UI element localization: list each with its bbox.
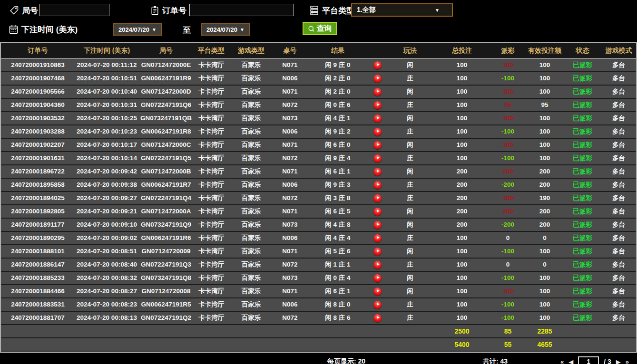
grand-total-row: 5400 55 4655 <box>1 338 636 352</box>
table-row[interactable]: 240720001885233 2024-07-20 00:08:32 GN07… <box>1 272 636 285</box>
cell-platform: 卡卡湾厅 <box>193 99 229 111</box>
play-video-icon[interactable] <box>373 128 382 136</box>
table-row[interactable]: 240720001907468 2024-07-20 00:10:51 GN00… <box>1 72 636 86</box>
table-row[interactable]: 240720001892805 2024-07-20 00:09:21 GN07… <box>1 205 636 219</box>
last-page-icon[interactable]: » <box>626 358 629 364</box>
play-video-icon[interactable] <box>373 181 382 189</box>
table-row[interactable]: 240720001903532 2024-07-20 00:10:25 GN07… <box>1 112 636 125</box>
cell-play-type: 庄 <box>386 152 434 164</box>
cell-round-no: GN006247191R6 <box>139 232 193 244</box>
cell-order-no: 240720001881707 <box>1 312 75 324</box>
table-row[interactable]: 240720001896722 2024-07-20 00:09:42 GN07… <box>1 165 636 179</box>
cell-bet-time: 2024-07-20 00:09:10 <box>75 219 139 231</box>
cell-payout: 95 <box>490 99 526 111</box>
cell-order-no: 240720001910863 <box>1 59 75 71</box>
cell-bet-time: 2024-07-20 00:09:21 <box>75 205 139 218</box>
play-video-icon[interactable] <box>373 168 382 176</box>
play-video-icon[interactable] <box>373 234 382 242</box>
cell-total-bet: 100 <box>434 125 490 138</box>
table-row[interactable]: 240720001886147 2024-07-20 00:08:40 GN07… <box>1 259 636 272</box>
cell-valid-bet: 100 <box>526 152 564 164</box>
table-row[interactable]: 240720001904360 2024-07-20 00:10:31 GN07… <box>1 99 636 112</box>
cell-game-mode: 多台 <box>601 86 636 98</box>
play-video-icon[interactable] <box>373 314 382 322</box>
date-to-picker[interactable]: 2024/07/20 ▼ <box>201 23 250 36</box>
cell-play-type: 庄 <box>386 179 434 191</box>
table-row[interactable]: 240720001894025 2024-07-20 00:09:27 GN07… <box>1 192 636 205</box>
cell-platform: 卡卡湾厅 <box>193 59 229 71</box>
cell-bet-time: 2024-07-20 00:10:23 <box>75 125 139 138</box>
cell-order-no: 240720001904360 <box>1 99 75 111</box>
cell-payout: 100 <box>490 86 526 98</box>
cell-payout: -100 <box>490 245 526 258</box>
table-row[interactable]: 240720001905566 2024-07-20 00:10:40 GN07… <box>1 86 636 99</box>
play-video-icon[interactable] <box>373 154 382 163</box>
cell-video <box>369 192 386 204</box>
cell-status: 已派彩 <box>564 59 601 71</box>
play-video-icon[interactable] <box>373 301 382 309</box>
cell-total-bet: 100 <box>434 298 490 311</box>
col-header-game-type: 游戏类型 <box>229 43 273 58</box>
round-no-input[interactable] <box>39 4 109 16</box>
table-row[interactable]: 240720001881707 2024-07-20 00:08:13 GN07… <box>1 312 636 325</box>
col-header-order-no: 订单号 <box>1 43 75 58</box>
cell-game-mode: 多台 <box>601 285 636 297</box>
table-row[interactable]: 240720001884466 2024-07-20 00:08:27 GN07… <box>1 285 636 298</box>
play-video-icon[interactable] <box>373 75 382 83</box>
platform-type-select[interactable]: 1.全部 ▼ <box>351 3 453 17</box>
table-row[interactable]: 240720001891177 2024-07-20 00:09:10 GN07… <box>1 219 636 232</box>
play-video-icon[interactable] <box>373 248 382 256</box>
cell-status: 已派彩 <box>564 179 601 191</box>
play-video-icon[interactable] <box>373 261 382 269</box>
table-row[interactable]: 240720001901631 2024-07-20 00:10:14 GN07… <box>1 152 636 165</box>
cell-bet-time: 2024-07-20 00:08:32 <box>75 272 139 284</box>
cell-platform: 卡卡湾厅 <box>193 125 229 138</box>
cell-order-no: 240720001884466 <box>1 285 75 297</box>
table-row[interactable]: 240720001895858 2024-07-20 00:09:38 GN00… <box>1 179 636 192</box>
cell-video <box>369 86 386 98</box>
cell-game-type: 百家乐 <box>229 125 273 138</box>
order-no-input[interactable] <box>189 4 294 16</box>
cell-video <box>369 139 386 151</box>
cell-round-no: GN006247191R5 <box>139 298 193 311</box>
bet-records-page: 局号 订单号 平台类型 1.全部 ▼ 下注时间 (美东) 202 <box>0 0 637 364</box>
prev-page-icon[interactable]: ◀ <box>568 358 573 364</box>
cell-video <box>369 245 386 258</box>
cell-round-no: GN073247191Q8 <box>139 272 193 284</box>
table-row[interactable]: 240720001890295 2024-07-20 00:09:02 GN00… <box>1 232 636 245</box>
cell-game-type: 百家乐 <box>229 59 273 71</box>
table-row[interactable]: 240720001910863 2024-07-20 00:11:12 GN07… <box>1 59 636 72</box>
first-page-icon[interactable]: « <box>560 358 564 364</box>
table-row[interactable]: 240720001883531 2024-07-20 00:08:23 GN00… <box>1 298 636 312</box>
play-video-icon[interactable] <box>373 101 382 109</box>
play-video-icon[interactable] <box>373 141 382 149</box>
play-video-icon[interactable] <box>373 194 382 202</box>
cell-result: 闲 4 庄 4 <box>307 232 369 244</box>
subtotal-valid-bet: 2285 <box>526 325 564 337</box>
table-row[interactable]: 240720001902207 2024-07-20 00:10:17 GN07… <box>1 139 636 152</box>
cell-status: 已派彩 <box>564 165 601 178</box>
play-video-icon[interactable] <box>373 208 382 216</box>
calendar-icon <box>9 24 19 35</box>
query-button[interactable]: 查询 <box>303 22 337 35</box>
cell-payout: 0 <box>490 232 526 244</box>
cell-platform: 卡卡湾厅 <box>193 232 229 244</box>
play-video-icon[interactable] <box>373 61 382 69</box>
date-from-picker[interactable]: 2024/07/20 ▼ <box>113 23 162 36</box>
table-row[interactable]: 240720001903288 2024-07-20 00:10:23 GN00… <box>1 125 636 139</box>
page-number-input[interactable]: 1 <box>578 356 599 364</box>
table-row[interactable]: 240720001888101 2024-07-20 00:08:51 GN07… <box>1 245 636 259</box>
play-video-icon[interactable] <box>373 287 382 296</box>
play-video-icon[interactable] <box>373 88 382 96</box>
cell-play-type: 闲 <box>386 86 434 98</box>
play-video-icon[interactable] <box>373 115 382 123</box>
cell-video <box>369 219 386 231</box>
next-page-icon[interactable]: ▶ <box>616 358 621 364</box>
cell-platform: 卡卡湾厅 <box>193 285 229 297</box>
play-video-icon[interactable] <box>373 274 382 282</box>
cell-total-bet: 100 <box>434 72 490 85</box>
cell-bet-time: 2024-07-20 00:08:40 <box>75 259 139 271</box>
cell-total-bet: 100 <box>434 285 490 297</box>
cell-game-type: 百家乐 <box>229 192 273 204</box>
play-video-icon[interactable] <box>373 221 382 229</box>
